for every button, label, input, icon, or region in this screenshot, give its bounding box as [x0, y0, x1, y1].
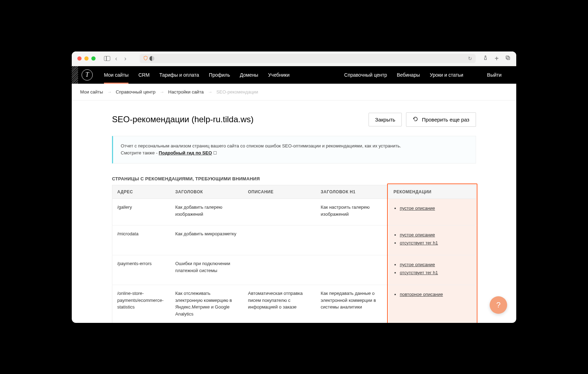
nav-label: Мои сайты: [104, 72, 128, 78]
recommendation-link[interactable]: повторное описание: [400, 292, 443, 297]
nav-tutorials[interactable]: Учебники: [263, 66, 294, 84]
cell-title: Как отслеживать электронную коммерцию в …: [170, 285, 243, 323]
section-title: СТРАНИЦЫ С РЕКОМЕНДАЦИЯМИ, ТРЕБУЮЩИМИ ВН…: [112, 176, 476, 181]
link-label: Подробный гид по SEO: [159, 150, 212, 155]
forward-button[interactable]: ›: [122, 55, 128, 62]
cell-h1: Как настроить галерею изображений: [316, 199, 388, 226]
recommendation-item: отсутствует тег h1: [400, 240, 471, 247]
nav-my-sites[interactable]: Мои сайты: [99, 66, 133, 84]
crumb[interactable]: Справочный центр: [116, 89, 156, 95]
recommendation-link[interactable]: пустое описание: [400, 232, 435, 237]
button-label: Проверить еще раз: [422, 117, 469, 123]
crumb[interactable]: Настройки сайта: [168, 89, 204, 95]
recheck-button[interactable]: Проверить еще раз: [406, 112, 476, 127]
cell-title: Как добавить галерею изображений: [170, 199, 243, 226]
cell-description: Автоматическая отправка писем покупателю…: [243, 285, 316, 323]
banner-text: Смотрите также - Подробный гид по SEO ☐: [121, 150, 468, 157]
back-button[interactable]: ‹: [113, 55, 119, 62]
maximize-window-button[interactable]: [91, 56, 96, 61]
browser-window: ‹ › ↻ + T Мои сайты CRM Тарифы и оплата …: [72, 51, 516, 323]
cell-h1: [316, 255, 388, 285]
cell-address: /payments-errors: [112, 255, 170, 285]
main-content: SEO-рекомендации (help-ru.tilda.ws) Закр…: [72, 101, 516, 323]
traffic-lights: [77, 56, 96, 61]
decorative-edge: [72, 66, 78, 84]
recommendation-item: пустое описание: [400, 231, 471, 238]
adblock-shield-icon[interactable]: [143, 56, 148, 62]
cell-address: /online-store-payments/ecommerce-statist…: [112, 285, 170, 323]
cell-recommendations: пустое описание: [388, 199, 476, 226]
table-row: /microdataКак добавить микроразметкупуст…: [112, 226, 476, 255]
col-title: ЗАГОЛОВОК: [170, 185, 243, 199]
nav-label: Домены: [240, 72, 258, 78]
close-button[interactable]: Закрыть: [369, 113, 402, 126]
nav-label: Выйти: [487, 72, 502, 78]
table-row: /galleryКак добавить галерею изображений…: [112, 199, 476, 226]
crumb-current: SEO-рекомендации: [216, 89, 258, 95]
titlebar: ‹ › ↻ +: [72, 51, 516, 66]
close-window-button[interactable]: [77, 56, 82, 61]
crumb-sep: →: [107, 89, 112, 95]
url-bar[interactable]: ↻: [140, 54, 476, 63]
cell-h1: Как передавать данные о электронной комм…: [316, 285, 388, 323]
nav-domains[interactable]: Домены: [235, 66, 263, 84]
col-h1: ЗАГОЛОВОК H1: [316, 185, 388, 199]
col-address: АДРЕС: [112, 185, 170, 199]
cell-address: /gallery: [112, 199, 170, 226]
sidebar-toggle-icon[interactable]: [104, 56, 110, 61]
info-banner: Отчет с персональным анализом страниц ва…: [112, 136, 476, 164]
recommendation-link[interactable]: пустое описание: [400, 206, 435, 211]
cell-description: [243, 255, 316, 285]
privacy-icon[interactable]: [149, 56, 154, 61]
logo[interactable]: T: [82, 69, 93, 81]
cell-h1: [316, 226, 388, 255]
cell-recommendations: пустое описаниеотсутствует тег h1: [388, 255, 476, 285]
breadcrumb: Мои сайты → Справочный центр → Настройки…: [72, 84, 516, 101]
col-description: ОПИСАНИЕ: [243, 185, 316, 199]
tab-overview-icon[interactable]: [505, 55, 511, 62]
share-icon[interactable]: [483, 55, 488, 62]
svg-rect-1: [507, 57, 510, 60]
nav-lessons[interactable]: Уроки и статьи: [425, 66, 468, 84]
crumb[interactable]: Мои сайты: [80, 89, 103, 95]
cell-title: Как добавить микроразметку: [170, 226, 243, 255]
seo-guide-link[interactable]: Подробный гид по SEO: [159, 150, 212, 155]
nav-tariffs[interactable]: Тарифы и оплата: [154, 66, 204, 84]
recommendation-item: пустое описание: [400, 261, 471, 268]
nav-crm[interactable]: CRM: [133, 66, 154, 84]
page-title: SEO-рекомендации (help-ru.tilda.ws): [112, 115, 364, 124]
top-nav: T Мои сайты CRM Тарифы и оплата Профиль …: [72, 66, 516, 84]
nav-help-center[interactable]: Справочный центр: [339, 66, 392, 84]
minimize-window-button[interactable]: [84, 56, 89, 61]
cell-title: Ошибки при подключении платежной системы: [170, 255, 243, 285]
button-label: Закрыть: [375, 117, 396, 123]
cell-description: [243, 226, 316, 255]
recommendation-link[interactable]: отсутствует тег h1: [400, 270, 438, 275]
help-fab-button[interactable]: ?: [490, 296, 507, 314]
nav-logout[interactable]: Выйти: [482, 66, 506, 84]
seo-table: АДРЕС ЗАГОЛОВОК ОПИСАНИЕ ЗАГОЛОВОК H1 РЕ…: [112, 185, 476, 323]
page-header: SEO-рекомендации (help-ru.tilda.ws) Закр…: [112, 112, 476, 127]
recommendation-item: повторное описание: [400, 291, 471, 298]
nav-label: Уроки и статьи: [430, 72, 463, 78]
banner-text: Отчет с персональным анализом страниц ва…: [121, 143, 468, 150]
external-link-icon: ☐: [213, 151, 217, 155]
nav-profile[interactable]: Профиль: [204, 66, 235, 84]
cell-address: /microdata: [112, 226, 170, 255]
new-tab-button[interactable]: +: [495, 55, 499, 63]
nav-label: Тарифы и оплата: [159, 72, 199, 78]
recommendation-link[interactable]: пустое описание: [400, 262, 435, 267]
nav-label: Учебники: [268, 72, 289, 78]
nav-label: CRM: [138, 72, 149, 78]
titlebar-right: +: [483, 55, 511, 63]
recommendation-item: пустое описание: [400, 205, 471, 212]
cell-recommendations: пустое описаниеотсутствует тег h1: [388, 226, 476, 255]
nav-label: Вебинары: [397, 72, 420, 78]
refresh-icon[interactable]: ↻: [468, 56, 472, 61]
recommendation-link[interactable]: отсутствует тег h1: [400, 240, 438, 245]
table-row: /online-store-payments/ecommerce-statist…: [112, 285, 476, 323]
cell-description: [243, 199, 316, 226]
svg-rect-0: [506, 56, 509, 59]
nav-webinars[interactable]: Вебинары: [392, 66, 425, 84]
refresh-icon: [413, 116, 418, 123]
